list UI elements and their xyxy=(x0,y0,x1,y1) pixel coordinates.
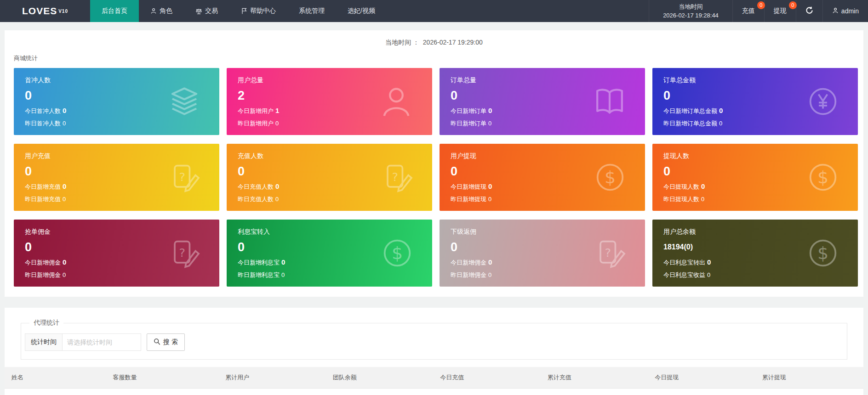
recharge-label: 充值 xyxy=(742,7,755,14)
svg-text:?: ? xyxy=(179,170,185,184)
section-title: 商城统计 xyxy=(14,54,863,62)
recharge-notice[interactable]: 充值0 xyxy=(732,0,764,22)
edit-document-icon: ? xyxy=(594,236,628,270)
agent-table: 姓名 客服数量 累计用户 团队余额 今日充值 累计充值 今日提现 累计提现 12… xyxy=(5,367,863,395)
app-logo-version: V10 xyxy=(58,9,68,14)
search-icon xyxy=(154,338,160,346)
stat-card-user-recharge: 用户充值 0 今日新增充值0 昨日新增充值0 ? xyxy=(14,144,219,211)
recharge-badge: 0 xyxy=(757,1,765,9)
agent-stats-panel: 代理统计 统计时间 搜 索 姓名 客服数量 累计用户 团队余额 今日充值 累计充… xyxy=(5,308,863,395)
withdraw-badge: 0 xyxy=(789,1,797,9)
nav-item-system[interactable]: 系统管理 xyxy=(287,0,336,22)
user-icon xyxy=(832,7,839,15)
svg-text:?: ? xyxy=(392,170,398,184)
search-button[interactable]: 搜 索 xyxy=(147,333,185,351)
dollar-circle-icon: $ xyxy=(593,160,628,195)
stat-time-label: 统计时间 xyxy=(25,333,62,351)
app-logo-text: LOVES xyxy=(22,6,57,17)
main-menu: 后台首页 角色 交易 帮助中心 系统管理 选妃/视频 xyxy=(90,0,387,22)
navbar-right: 当地时间 2026-02-17 19:28:44 充值0 提现0 admin xyxy=(649,0,868,22)
person-icon xyxy=(378,83,415,120)
card-title: 首冲人数 xyxy=(25,76,208,85)
local-time-label: 当地时间 xyxy=(679,2,703,11)
dollar-circle-icon: $ xyxy=(380,236,415,271)
book-icon xyxy=(592,84,628,119)
card-title: 利息宝转入 xyxy=(238,228,421,236)
refresh-button[interactable] xyxy=(796,0,822,22)
card-title: 充值人数 xyxy=(238,152,421,160)
dollar-circle-icon: $ xyxy=(805,236,840,271)
svg-text:?: ? xyxy=(605,246,611,260)
stat-card-grab-commission: 抢单佣金 0 今日新增佣金0 昨日新增佣金0 ? xyxy=(14,220,219,287)
table-row: 123123 0 0 0 0 0 0 0 xyxy=(5,389,863,395)
stat-time-input[interactable] xyxy=(62,333,141,351)
card-title: 用户充值 xyxy=(25,152,208,160)
nav-item-help-center[interactable]: 帮助中心 xyxy=(229,0,287,22)
stat-cards-grid: 首冲人数 0 今日首冲人数0 昨日首冲人数0 用户总量 2 今日新增用户1 昨日… xyxy=(5,62,863,287)
cell-name: 123123 xyxy=(5,389,106,395)
col-header-today-withdraw: 今日提现 xyxy=(648,367,755,389)
layers-icon xyxy=(167,84,202,119)
person-icon xyxy=(150,8,157,14)
stat-card-interest-transfer-in: 利息宝转入 0 今日新增利息宝0 昨日新增利息宝0 $ xyxy=(227,220,432,287)
col-header-total-withdraw: 累计提现 xyxy=(755,367,863,389)
stat-card-total-users: 用户总量 2 今日新增用户1 昨日新增用户0 xyxy=(227,68,432,135)
top-navbar: LOVESV10 后台首页 角色 交易 帮助中心 系统管理 选妃/视频 当地时间… xyxy=(0,0,868,22)
agent-stats-legend: 代理统计 xyxy=(29,319,63,327)
nav-item-roles[interactable]: 角色 xyxy=(139,0,184,22)
svg-text:?: ? xyxy=(179,246,185,260)
card-title: 抢单佣金 xyxy=(25,228,208,236)
yen-circle-icon xyxy=(805,84,840,119)
navbar-local-time: 当地时间 2026-02-17 19:28:44 xyxy=(649,0,732,22)
stat-card-user-withdraw: 用户提现 0 今日新增提现0 昨日新增提现0 $ xyxy=(440,144,645,211)
admin-name: admin xyxy=(841,7,859,15)
flag-icon xyxy=(241,8,247,14)
agent-filter-row: 统计时间 搜 索 xyxy=(25,333,842,351)
withdraw-notice[interactable]: 提现0 xyxy=(764,0,796,22)
card-title: 下级返佣 xyxy=(451,228,634,236)
admin-user-menu[interactable]: admin xyxy=(822,0,868,22)
stats-panel: 当地时间 ： 2026-02-17 19:29:00 商城统计 首冲人数 0 今… xyxy=(5,30,863,297)
agent-stats-fieldset: 代理统计 统计时间 搜 索 xyxy=(21,319,847,360)
card-title: 用户总余额 xyxy=(663,228,847,236)
withdraw-label: 提现 xyxy=(774,7,787,14)
nav-item-dashboard[interactable]: 后台首页 xyxy=(90,0,139,22)
stat-card-recharge-users: 充值人数 0 今日充值人数0 昨日充值人数0 ? xyxy=(227,144,432,211)
svg-text:$: $ xyxy=(817,243,828,263)
edit-document-icon: ? xyxy=(168,236,202,270)
stat-card-downline-rebate: 下级返佣 0 今日新增佣金0 昨日新增佣金0 ? xyxy=(440,220,645,287)
agent-table-header-row: 姓名 客服数量 累计用户 团队余额 今日充值 累计充值 今日提现 累计提现 xyxy=(5,367,863,389)
col-header-team-balance: 团队余额 xyxy=(326,367,434,389)
edit-document-icon: ? xyxy=(381,160,415,194)
stat-card-total-orders: 订单总量 0 今日新增订单0 昨日新增订单0 xyxy=(440,68,645,135)
refresh-icon xyxy=(805,6,813,16)
local-time-value: 2026-02-17 19:28:44 xyxy=(663,11,719,20)
stat-card-first-recharge-users: 首冲人数 0 今日首冲人数0 昨日首冲人数0 xyxy=(14,68,219,135)
svg-text:$: $ xyxy=(392,243,403,263)
scales-icon xyxy=(195,8,202,15)
col-header-total-users: 累计用户 xyxy=(218,367,326,389)
svg-text:$: $ xyxy=(817,167,828,187)
col-header-total-recharge: 累计充值 xyxy=(541,367,648,389)
card-title: 用户提现 xyxy=(451,152,634,160)
nav-item-trade[interactable]: 交易 xyxy=(184,0,229,22)
col-header-today-recharge: 今日充值 xyxy=(433,367,541,389)
stat-card-total-order-amount: 订单总金额 0 今日新增订单总金额0 昨日新增订单总金额0 xyxy=(652,68,858,135)
stat-card-total-user-balance: 用户总余额 18194(0) 今日利息宝转出0 今日利息宝收益0 $ xyxy=(652,220,858,287)
edit-document-icon: ? xyxy=(168,160,202,194)
col-header-name: 姓名 xyxy=(5,367,106,389)
app-logo: LOVESV10 xyxy=(0,0,90,22)
col-header-service-count: 客服数量 xyxy=(106,367,218,389)
card-title: 提现人数 xyxy=(663,152,847,160)
card-title: 订单总金额 xyxy=(663,76,847,85)
svg-text:$: $ xyxy=(605,167,616,187)
stat-card-withdraw-users: 提现人数 0 今日提现人数0 昨日提现人数0 $ xyxy=(652,144,858,211)
nav-item-video[interactable]: 选妃/视频 xyxy=(336,0,387,22)
local-time-line: 当地时间 ： 2026-02-17 19:29:00 xyxy=(5,39,863,47)
dollar-circle-icon: $ xyxy=(805,160,840,195)
